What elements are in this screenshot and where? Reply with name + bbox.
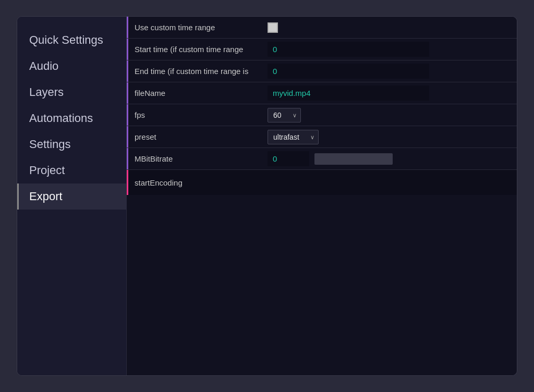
start-time-input[interactable] (268, 42, 429, 57)
filename-value (262, 82, 517, 104)
sidebar: Quick Settings Audio Layers Automations … (17, 17, 127, 375)
use-custom-time-range-label: Use custom time range (127, 18, 262, 37)
sidebar-item-project[interactable]: Project (17, 157, 126, 183)
filename-input[interactable] (268, 85, 429, 101)
filename-row: fileName (127, 82, 517, 104)
preset-value: ultrafast superfast veryfast faster fast… (262, 127, 517, 148)
mbitbitrate-input[interactable] (268, 151, 309, 166)
fps-row: fps 24 30 60 120 (127, 104, 517, 126)
start-encoding-label: startEncoding (127, 171, 190, 194)
sidebar-item-export[interactable]: Export (17, 183, 126, 210)
app-window: Quick Settings Audio Layers Automations … (17, 16, 517, 376)
end-time-label: End time (if custom time range is (127, 62, 262, 81)
sidebar-item-audio[interactable]: Audio (17, 53, 126, 79)
mbitbitrate-label: MBitBitrate (127, 149, 262, 168)
use-custom-time-range-row: Use custom time range (127, 17, 517, 39)
preset-label: preset (127, 127, 262, 146)
mbitbitrate-row: MBitBitrate (127, 148, 517, 170)
fps-select-wrapper: 24 30 60 120 (268, 108, 301, 123)
end-time-value (262, 60, 517, 82)
end-time-row: End time (if custom time range is (127, 60, 517, 82)
main-content: Use custom time range Start time (if cus… (127, 17, 517, 375)
sidebar-item-quick-settings[interactable]: Quick Settings (17, 27, 126, 53)
mbitbitrate-slider[interactable] (314, 153, 393, 165)
preset-row: preset ultrafast superfast veryfast fast… (127, 126, 517, 148)
fps-select[interactable]: 24 30 60 120 (268, 108, 301, 123)
start-time-label: Start time (if custom time range (127, 40, 262, 59)
end-time-input[interactable] (268, 64, 429, 79)
fps-label: fps (127, 105, 262, 125)
start-time-value (262, 39, 517, 60)
mbitbitrate-value (262, 148, 517, 169)
preset-select-wrapper: ultrafast superfast veryfast faster fast… (268, 130, 319, 144)
filename-label: fileName (127, 83, 262, 103)
start-time-row: Start time (if custom time range (127, 39, 517, 60)
preset-select[interactable]: ultrafast superfast veryfast faster fast… (268, 130, 319, 144)
use-custom-time-range-value (262, 19, 517, 36)
fps-value: 24 30 60 120 (262, 105, 517, 126)
sidebar-item-settings[interactable]: Settings (17, 131, 126, 157)
start-encoding-row[interactable]: startEncoding (127, 170, 517, 195)
sidebar-item-automations[interactable]: Automations (17, 105, 126, 131)
sidebar-item-layers[interactable]: Layers (17, 79, 126, 105)
use-custom-time-range-checkbox[interactable] (268, 22, 278, 33)
